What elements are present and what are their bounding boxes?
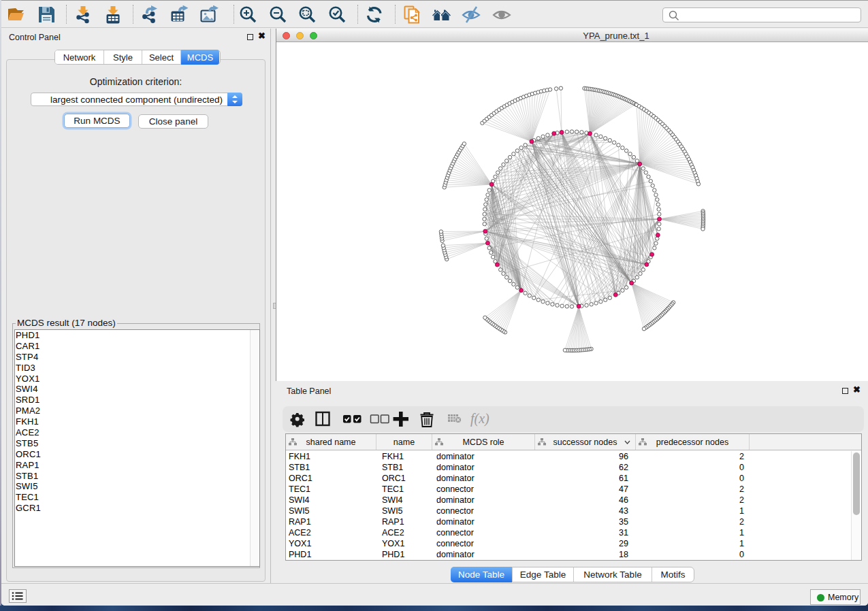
svg-text:f(x): f(x) xyxy=(470,411,489,427)
